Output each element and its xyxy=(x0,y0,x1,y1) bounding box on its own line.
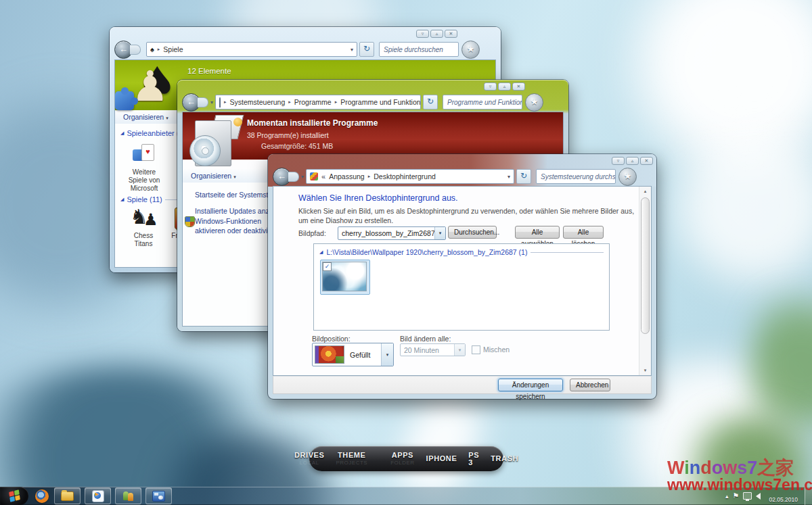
cd-icon xyxy=(189,135,221,166)
thumbnail-checkbox[interactable]: ✓ xyxy=(323,262,332,271)
volume-icon[interactable] xyxy=(756,493,761,500)
chess-titans-icon[interactable]: ♞ ♟ xyxy=(130,206,157,229)
crumb-collapse-icon[interactable]: « xyxy=(321,172,325,181)
bildpfad-label: Bildpfad: xyxy=(298,229,326,237)
dock-item-apps[interactable]: APPS FOLDER xyxy=(390,452,414,466)
favorites-star-button[interactable]: ★ xyxy=(461,41,480,59)
dialog-footer: Änderungen speichern Abbrechen xyxy=(273,376,652,394)
weitere-spiele-label[interactable]: Weitere Spiele von Microsoft xyxy=(120,168,168,193)
favorites-star-button[interactable]: ★ xyxy=(525,93,543,112)
search-input[interactable]: Spiele durchsuchen xyxy=(379,42,459,57)
maximize-button[interactable]: ▵ xyxy=(626,157,639,165)
breadcrumb-programme-funktionen[interactable]: Programme und Funktionen xyxy=(340,98,421,106)
vertical-scrollbar[interactable]: ▴ ▾ xyxy=(639,187,651,375)
games-icon: ♠ xyxy=(150,45,154,53)
dock-item-theme[interactable]: THEME PROJECTS xyxy=(336,452,367,466)
scroll-down-icon[interactable]: ▾ xyxy=(639,366,651,375)
collapse-icon[interactable]: ◢ xyxy=(120,197,124,202)
minimize-button[interactable]: ▿ xyxy=(484,82,497,91)
address-bar[interactable]: ▸ Systemsteuerung ▸ Programme ▸ Programm… xyxy=(215,95,421,110)
address-dropdown-icon[interactable]: ▾ xyxy=(508,174,510,180)
breadcrumb-spiele[interactable]: Spiele xyxy=(163,45,183,53)
search-input[interactable]: Systemsteuerung durchsuchen xyxy=(536,169,616,184)
bildposition-combobox[interactable]: Gefüllt ▾ xyxy=(312,343,394,366)
address-bar[interactable]: « Anpassung ▸ Desktophintergrund ▾ xyxy=(306,169,514,184)
search-input[interactable]: Programme und Funktionen dur... xyxy=(443,95,522,110)
media-player-taskbar-button[interactable] xyxy=(85,487,111,504)
minimize-button[interactable]: ▿ xyxy=(416,30,429,38)
breadcrumb-anpassung[interactable]: Anpassung xyxy=(329,172,365,181)
close-button[interactable]: ✕ xyxy=(512,82,525,91)
forward-tail xyxy=(288,172,299,182)
installed-count: 38 Programm(e) installiert xyxy=(247,131,329,139)
control-panel-taskbar-button[interactable] xyxy=(145,487,172,504)
page-title: Wählen Sie Ihren Desktophintergrund aus. xyxy=(298,193,458,203)
collapse-icon[interactable]: ◢ xyxy=(120,130,124,136)
watermark-line2: www.windows7en.com xyxy=(667,476,812,494)
wallpaper-listbox[interactable]: ◢ L:\Vista\Bilder\Wallpaper 1920\cherry_… xyxy=(313,243,610,331)
messenger-taskbar-button[interactable] xyxy=(115,487,141,504)
save-changes-button[interactable]: Änderungen speichern xyxy=(498,379,563,391)
breadcrumb-programme[interactable]: Programme xyxy=(294,98,332,106)
dock: DRIVES LOCAL THEME PROJECTS APPS FOLDER … xyxy=(309,446,503,471)
forward-tail xyxy=(130,45,141,55)
minimize-button[interactable]: ▿ xyxy=(612,157,625,165)
wallpaper-thumbnail-selected[interactable]: ✓ xyxy=(320,260,370,295)
dock-item-drives[interactable]: DRIVES LOCAL xyxy=(294,452,325,466)
start-button[interactable] xyxy=(0,487,28,505)
scrollbar-thumb[interactable] xyxy=(641,197,650,334)
total-size: Gesamtgröße: 451 MB xyxy=(261,142,333,150)
chess-titans-label[interactable]: Chess Titans xyxy=(123,232,164,248)
element-count: 12 Elemente xyxy=(187,67,231,75)
mischen-label: Mischen xyxy=(483,345,510,354)
watermark: Windows7之家 www.windows7en.com xyxy=(667,459,812,494)
favorites-star-button[interactable]: ★ xyxy=(618,168,637,186)
control-panel-icon xyxy=(152,491,165,502)
wallpaper-group-header[interactable]: ◢ L:\Vista\Bilder\Wallpaper 1920\cherry_… xyxy=(319,248,604,256)
window-desktophintergrund: ▿ ▵ ✕ ← ▾ « Anpassung ▸ Desktophintergru… xyxy=(268,154,656,399)
banner-title: Momentan installierte Programme xyxy=(247,118,378,128)
crumb-separator-icon: ▸ xyxy=(335,99,338,105)
address-toolbar: ← ▾ « Anpassung ▸ Desktophintergrund ▾ ↻… xyxy=(273,168,652,185)
dock-item-iphone[interactable]: IPHONE xyxy=(426,455,457,462)
fill-preview-thumbnail xyxy=(315,345,344,364)
close-button[interactable]: ✕ xyxy=(640,157,653,165)
card-heart-icon: ♥ xyxy=(141,144,154,161)
maximize-button[interactable]: ▵ xyxy=(430,30,443,38)
address-bar[interactable]: ♠ ▸ Spiele ▾ xyxy=(146,42,357,57)
uac-shield-icon xyxy=(185,216,195,227)
maximize-button[interactable]: ▵ xyxy=(498,82,511,91)
dock-item-ps3[interactable]: PS 3 xyxy=(468,452,479,466)
refresh-button[interactable]: ↻ xyxy=(359,42,374,57)
caption-buttons: ▿ ▵ ✕ xyxy=(612,157,653,165)
chevron-down-icon: ▾ xyxy=(233,174,236,179)
bildpfad-combobox[interactable]: cherry_blossom_by_Zim2687 ▾ xyxy=(338,226,446,240)
chevron-down-icon: ▾ xyxy=(454,344,465,356)
chevron-down-icon[interactable]: ▾ xyxy=(434,227,445,239)
clear-all-button[interactable]: Alle löschen xyxy=(563,226,604,239)
pawn-icon: ♟ xyxy=(143,210,158,229)
collapse-icon[interactable]: ◢ xyxy=(319,249,323,255)
history-dropdown-icon[interactable]: ▾ xyxy=(301,174,304,180)
breadcrumb-desktophintergrund[interactable]: Desktophintergrund xyxy=(374,172,436,181)
software-box-icon xyxy=(189,115,246,172)
puzzle-icon xyxy=(115,91,134,110)
organize-menu[interactable]: Organisieren▾ xyxy=(191,172,236,180)
refresh-button[interactable]: ↻ xyxy=(516,169,531,184)
scroll-up-icon[interactable]: ▴ xyxy=(639,187,651,196)
dock-item-trash[interactable]: TRASH xyxy=(491,455,518,462)
browse-button[interactable]: Durchsuchen... xyxy=(448,226,497,239)
chevron-down-icon[interactable]: ▾ xyxy=(381,343,393,366)
address-dropdown-icon[interactable]: ▾ xyxy=(351,47,353,53)
tray-expand-icon[interactable]: ▴ xyxy=(725,493,729,500)
explorer-taskbar-button[interactable] xyxy=(54,487,81,504)
refresh-button[interactable]: ↻ xyxy=(423,95,438,110)
select-all-button[interactable]: Alle auswählen xyxy=(515,226,560,239)
close-button[interactable]: ✕ xyxy=(445,30,457,38)
weitere-spiele-icon[interactable]: ♥ xyxy=(133,144,156,166)
firefox-icon[interactable] xyxy=(35,489,49,503)
cancel-button[interactable]: Abbrechen xyxy=(570,379,610,391)
breadcrumb-systemsteuerung[interactable]: Systemsteuerung xyxy=(230,98,286,106)
interval-combobox-disabled: 20 Minuten ▾ xyxy=(400,343,466,356)
history-dropdown-icon[interactable]: ▾ xyxy=(210,99,213,105)
